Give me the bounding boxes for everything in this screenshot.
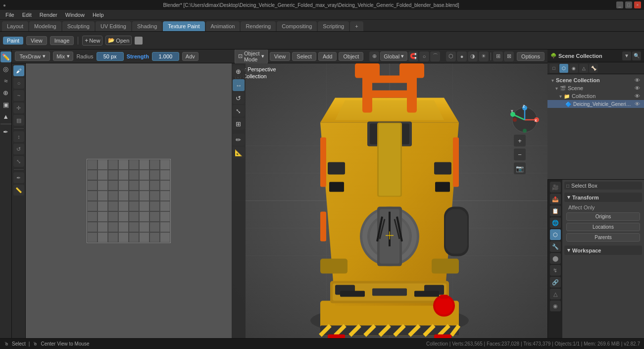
draw-tool[interactable]: ✏️ [0,51,11,62]
smear-tool[interactable]: ≈ [0,75,11,86]
tab-modeling[interactable]: Modeling [29,21,61,31]
object-eye[interactable]: 👁 [635,101,640,107]
scene-collection-eye[interactable]: 👁 [635,77,640,83]
proportional-edit-btn[interactable]: ○ [419,51,429,61]
origins-btn[interactable]: Origins [566,212,640,221]
scale-tool-vp[interactable]: ⤡ [233,105,245,117]
viewport-object-menu[interactable]: Object [339,52,363,61]
object-mode-dropdown[interactable]: ⊡ Object Mode ▾ [235,50,268,64]
tab-uv-editing[interactable]: UV Editing [96,21,131,31]
paint-smear-icon[interactable]: ~ [13,90,24,101]
menu-edit[interactable]: Edit [19,11,35,19]
locations-btn[interactable]: Locations [566,223,640,231]
outliner-filter-btn[interactable]: ▼ [622,51,631,60]
rotate-tool-vp[interactable]: ↺ [233,92,245,104]
measure-tool-vp[interactable]: 📐 [233,147,245,158]
tree-object-item[interactable]: 🔷 Deicing_Vehicle_Generic_Folded_obj_bas… [547,100,644,108]
3d-viewport[interactable]: User Perspective (1) Collection X [232,63,547,338]
material-props-icon[interactable]: ◉ [550,300,561,311]
brush-name-dropdown[interactable]: TexDraw ▾ [15,51,50,61]
mask-tool[interactable]: ▲ [0,111,11,122]
view-menu-btn[interactable]: View [26,36,47,45]
outliner-search-btn[interactable]: 🔍 [632,51,641,60]
outliner-mesh-icon[interactable]: △ [579,64,588,73]
tree-scene-collection[interactable]: ▾ Scene Collection 👁 [547,76,644,84]
maximize-button[interactable]: □ [625,1,632,8]
paint-measure-icon[interactable]: 📏 [13,185,24,196]
scene-props-icon[interactable]: 🌐 [550,217,561,228]
menu-render[interactable]: Render [36,11,61,19]
modifier-props-icon[interactable]: 🔧 [550,241,561,252]
menu-help[interactable]: Help [89,11,107,19]
transform-section-header[interactable]: ▾ Transform [564,193,642,202]
paint-scale-icon[interactable]: ⤡ [13,156,24,167]
workspace-section-header[interactable]: ▾ Workspace [564,246,642,255]
tab-rendering[interactable]: Rendering [241,21,276,31]
new-image-btn[interactable]: + New [82,36,102,46]
xray-toggle-btn[interactable]: ⊠ [504,51,514,61]
soften-tool[interactable]: ◎ [0,63,11,74]
annotate-tool-vp[interactable]: ✏ [233,134,245,146]
render-props-icon[interactable]: 🎥 [550,182,561,193]
paint-annotate-icon[interactable]: ✒ [13,172,24,183]
tree-collection-item[interactable]: ▾ 📁 Collection 👁 [547,92,644,100]
menu-window[interactable]: Window [62,11,88,19]
move-tool-vp[interactable]: ↔ [233,79,245,91]
menu-file[interactable]: File [2,11,18,19]
viewport-select-menu[interactable]: Select [292,52,316,61]
minimize-button[interactable]: _ [616,1,623,8]
strength-slider[interactable]: 1.000 [152,52,179,61]
outliner-view-layer-icon[interactable]: □ [549,64,558,73]
paint-fill-icon[interactable]: ▤ [13,115,24,126]
paint-mode-btn[interactable]: Paint [3,37,23,45]
object-props-icon[interactable]: ⬡ [550,229,561,240]
solid-shading-btn[interactable]: ● [457,51,467,61]
viewport-options-btn[interactable]: Options [517,52,545,61]
tab-texture-paint[interactable]: Texture Paint [163,21,204,31]
camera-view-btn[interactable]: 📷 [514,162,526,174]
tab-compositing[interactable]: Compositing [277,21,317,31]
output-props-icon[interactable]: 📤 [550,194,561,204]
pivot-point-btn[interactable]: ⊕ [369,51,379,61]
prop-falloff-btn[interactable]: ⌒ [430,51,440,61]
paint-soften-icon[interactable]: ○ [13,78,24,89]
outliner-object-icon[interactable]: ⬡ [559,64,568,73]
viewport-view-menu[interactable]: View [270,52,291,61]
fill-tool[interactable]: ▣ [0,99,11,110]
zoom-out-btn[interactable]: − [514,149,526,160]
view-layer-props-icon[interactable]: 📋 [550,205,561,216]
collection-eye[interactable]: 👁 [635,93,640,99]
texture-canvas[interactable] [87,159,171,243]
advanced-btn[interactable]: Adv [182,52,198,61]
paint-move-icon[interactable]: ↕ [13,131,24,142]
coordinate-system-dropdown[interactable]: Global ▾ [380,51,407,61]
physics-props-icon[interactable]: ↯ [550,265,561,276]
tab-add[interactable]: + [350,21,363,31]
tab-animation[interactable]: Animation [206,21,240,31]
tab-layout[interactable]: Layout [2,21,28,31]
clone-tool[interactable]: ⊕ [0,87,11,98]
tab-shading[interactable]: Shading [132,21,162,31]
radius-slider[interactable]: 50 px [97,52,124,61]
paint-clone-icon[interactable]: ✛ [13,102,24,113]
paint-draw-icon[interactable]: 🖌 [13,65,24,76]
viewport-gizmo[interactable]: X Y Z [510,105,540,135]
object-data-props-icon[interactable]: △ [550,289,561,299]
zoom-in-btn[interactable]: + [514,135,526,147]
annotate-tool[interactable]: ✒ [0,126,11,137]
close-button[interactable]: × [634,1,641,8]
particles-props-icon[interactable]: ⬤ [550,253,561,264]
tab-scripting[interactable]: Scripting [318,21,349,31]
image-menu-btn[interactable]: Image [50,36,74,45]
transform-tool-vp[interactable]: ⊞ [233,118,245,130]
rendered-shading-btn[interactable]: ☀ [479,51,489,61]
scene-eye[interactable]: 👁 [635,85,640,91]
overlay-toggle-btn[interactable]: ⊞ [493,51,503,61]
constraints-props-icon[interactable]: 🔗 [550,277,561,288]
viewport-add-menu[interactable]: Add [318,52,337,61]
snap-toggle[interactable]: 🧲 [408,51,418,61]
tab-sculpting[interactable]: Sculpting [62,21,95,31]
cursor-tool-vp[interactable]: ⊕ [233,65,245,77]
outliner-material-icon[interactable]: ◉ [569,64,578,73]
tree-scene-item[interactable]: ▾ 🎬 Scene 👁 [547,84,644,92]
